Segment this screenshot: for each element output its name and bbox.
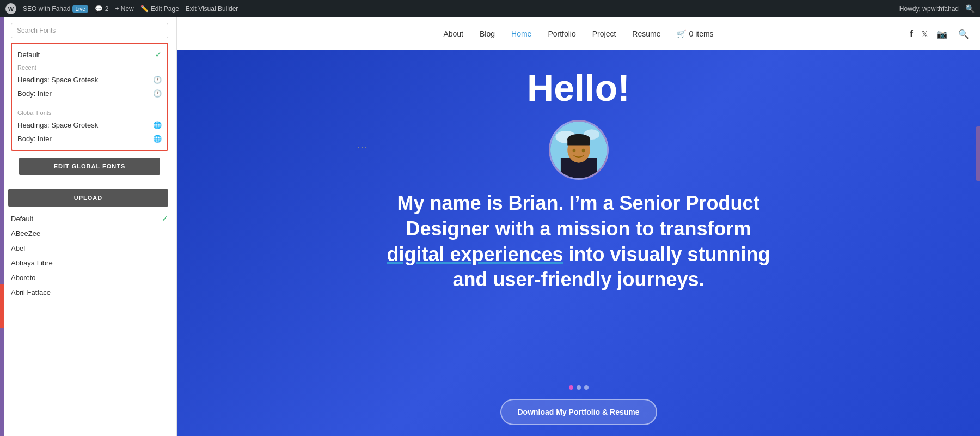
global-fonts-section-label: Global Fonts (17, 110, 162, 116)
font-list-abhaya[interactable]: Abhaya Libre (11, 256, 168, 270)
upload-button[interactable]: UPLOAD (8, 189, 168, 207)
facebook-icon[interactable]: f (910, 28, 913, 39)
new-button[interactable]: + New (115, 5, 133, 13)
main-layout: Search Fonts Default ✓ Recent Headings: … (0, 17, 980, 436)
svg-point-9 (581, 149, 585, 153)
left-accent-red-strip (0, 284, 4, 328)
dot-1 (577, 385, 581, 390)
font-panel: Search Fonts Default ✓ Recent Headings: … (0, 17, 177, 436)
cart-area[interactable]: 🛒 0 items (677, 29, 713, 38)
checkmark-icon: ✓ (155, 50, 162, 59)
dot-active (569, 385, 573, 390)
admin-bar-right: Howdy, wpwithfahad 🔍 (899, 4, 975, 13)
font-list-abril[interactable]: Abril Fatface (11, 285, 168, 300)
avatar (549, 120, 609, 180)
context-menu-dots[interactable]: ⋮ (357, 143, 369, 154)
underline-text: digital experiences (387, 243, 563, 265)
site-name[interactable]: SEO with Fahad Live (23, 5, 88, 13)
font-list: Default ✓ ABeeZee Abel Abhaya Libre Abor… (0, 211, 176, 300)
exit-builder-button[interactable]: Exit Visual Builder (186, 5, 238, 13)
dot-2 (584, 385, 589, 390)
search-icon[interactable]: 🔍 (965, 4, 975, 13)
clock-icon: 🕐 (153, 76, 162, 84)
instagram-icon[interactable]: 📷 (936, 28, 947, 39)
font-list-abeezee[interactable]: ABeeZee (11, 226, 168, 241)
font-selector-box: Default ✓ Recent Headings: Space Grotesk… (11, 43, 168, 151)
download-button[interactable]: Download My Portfolio & Resume (500, 399, 657, 425)
font-list-abel[interactable]: Abel (11, 241, 168, 256)
checkmark-icon-list: ✓ (162, 214, 168, 223)
live-badge: Live (72, 5, 88, 13)
nav-about[interactable]: About (443, 29, 463, 38)
hero-body-text: My name is Brian. I’m a Senior Product D… (376, 191, 781, 293)
clock-icon-2: 🕐 (153, 89, 162, 98)
download-btn-area: Download My Portfolio & Resume (500, 399, 657, 425)
left-accent-strip (0, 17, 4, 436)
cart-count: 0 items (689, 29, 713, 38)
recent-section-label: Recent (17, 64, 162, 71)
recent-body-item[interactable]: Body: Inter 🕐 (17, 87, 162, 100)
font-panel-content: Search Fonts Default ✓ Recent Headings: … (0, 17, 176, 185)
page-content: ⋮ About Blog Home Portfolio Project Resu… (177, 17, 980, 436)
admin-bar: W SEO with Fahad Live 💬 2 + New ✏️ Edit … (0, 0, 980, 17)
pencil-icon: ✏️ (140, 5, 149, 13)
edit-global-fonts-button[interactable]: EDIT GLOBAL FONTS (19, 158, 160, 175)
divider-1 (17, 105, 162, 105)
cart-icon: 🛒 (677, 29, 686, 38)
slide-dots (569, 385, 589, 390)
comments-link[interactable]: 💬 2 (95, 5, 109, 13)
hero-section: Hello! (177, 50, 980, 436)
social-icons: f 𝕏 📷 (910, 28, 947, 39)
font-list-default[interactable]: Default ✓ (11, 211, 168, 226)
right-panel-toggle[interactable] (976, 126, 980, 181)
svg-rect-7 (567, 139, 590, 145)
nav-icons: 🔍 (958, 28, 969, 39)
svg-point-8 (572, 149, 575, 153)
font-list-aboreto[interactable]: Aboreto (11, 270, 168, 285)
nav-portfolio[interactable]: Portfolio (548, 29, 575, 38)
nav-resume[interactable]: Resume (632, 29, 660, 38)
twitter-icon[interactable]: 𝕏 (921, 28, 928, 39)
globe-icon-2: 🌐 (153, 135, 162, 143)
recent-headings-item[interactable]: Headings: Space Grotesk 🕐 (17, 73, 162, 87)
hero-title: Hello! (527, 66, 630, 109)
navigation-bar: About Blog Home Portfolio Project Resume… (177, 17, 980, 50)
wp-logo-icon[interactable]: W (5, 3, 16, 14)
search-fonts-input[interactable]: Search Fonts (11, 23, 168, 38)
search-nav-icon[interactable]: 🔍 (958, 28, 969, 39)
globe-icon: 🌐 (153, 121, 162, 129)
nav-home[interactable]: Home (511, 29, 531, 38)
comment-icon: 💬 (95, 5, 103, 13)
nav-blog[interactable]: Blog (480, 29, 495, 38)
howdy-text: Howdy, wpwithfahad (899, 5, 959, 13)
font-default-item[interactable]: Default ✓ (17, 48, 162, 61)
global-body-item[interactable]: Body: Inter 🌐 (17, 132, 162, 146)
nav-project[interactable]: Project (592, 29, 616, 38)
edit-page-button[interactable]: ✏️ Edit Page (140, 5, 179, 13)
global-headings-item[interactable]: Headings: Space Grotesk 🌐 (17, 118, 162, 132)
